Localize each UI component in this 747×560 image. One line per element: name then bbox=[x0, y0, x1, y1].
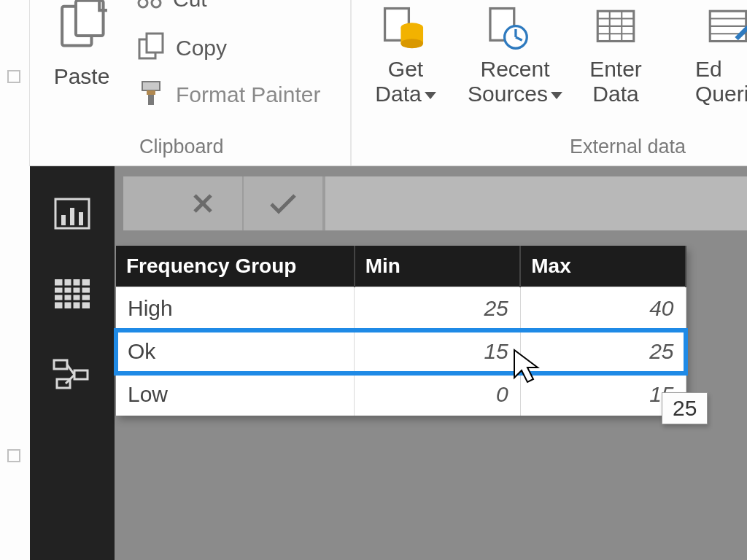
copy-icon bbox=[136, 32, 169, 64]
cut-label: Cut bbox=[173, 0, 207, 12]
svg-rect-9 bbox=[147, 90, 155, 95]
table-row[interactable]: Ok 15 25 bbox=[116, 330, 686, 373]
copy-button[interactable]: Copy bbox=[136, 32, 227, 64]
sheet-edge-strip bbox=[0, 0, 30, 166]
cell-max[interactable]: 40 bbox=[520, 287, 686, 330]
format-painter-button[interactable]: Format Painter bbox=[136, 79, 320, 111]
copy-label: Copy bbox=[176, 36, 227, 61]
report-view-icon[interactable] bbox=[52, 195, 93, 232]
edit-queries-icon bbox=[695, 1, 747, 57]
edit-queries-button[interactable]: EdQueri bbox=[695, 1, 747, 106]
sheet-edge-strip-lower bbox=[0, 166, 30, 560]
svg-rect-31 bbox=[61, 215, 66, 225]
chevron-down-icon bbox=[551, 92, 562, 99]
paste-icon bbox=[49, 0, 115, 64]
commit-formula-button[interactable] bbox=[244, 176, 324, 230]
formula-bar-spacer bbox=[123, 176, 163, 230]
data-view-icon[interactable] bbox=[52, 276, 93, 312]
data-table: Frequency Group Min Max High 25 40 Ok 15… bbox=[116, 246, 686, 416]
enter-data-icon bbox=[583, 1, 649, 57]
ribbon-group-divider bbox=[350, 0, 352, 166]
cell-min[interactable]: 25 bbox=[355, 287, 521, 330]
cell-max[interactable]: 25 bbox=[520, 330, 686, 373]
cell-min[interactable]: 15 bbox=[355, 330, 521, 373]
get-data-label-1: Get bbox=[388, 57, 423, 81]
cell-group[interactable]: Low bbox=[116, 373, 355, 416]
clipboard-group-label: Clipboard bbox=[139, 136, 224, 158]
chevron-down-icon bbox=[425, 92, 436, 99]
edit-queries-label-1: Ed bbox=[695, 57, 722, 81]
ribbon: Paste Cut Copy bbox=[30, 0, 747, 166]
get-data-icon bbox=[373, 1, 438, 57]
svg-rect-32 bbox=[70, 208, 74, 225]
external-data-group-label: External data bbox=[570, 136, 686, 158]
recent-sources-label-1: Recent bbox=[481, 57, 550, 81]
column-header-frequency-group[interactable]: Frequency Group bbox=[116, 246, 355, 287]
svg-rect-33 bbox=[79, 212, 83, 225]
enter-data-label-1: Enter bbox=[589, 57, 642, 81]
cut-button[interactable]: Cut bbox=[136, 0, 207, 13]
svg-point-3 bbox=[152, 0, 160, 7]
get-data-button[interactable]: GetData bbox=[373, 1, 438, 106]
cell-tooltip: 25 bbox=[662, 392, 708, 424]
table-header-row: Frequency Group Min Max bbox=[116, 246, 686, 287]
cancel-formula-button[interactable] bbox=[163, 176, 244, 230]
get-data-label-2: Data bbox=[375, 82, 421, 106]
format-painter-label: Format Painter bbox=[176, 82, 320, 107]
column-header-max[interactable]: Max bbox=[520, 246, 686, 287]
formula-input[interactable] bbox=[324, 176, 747, 230]
paste-button[interactable]: Paste bbox=[49, 0, 115, 89]
svg-rect-10 bbox=[148, 95, 154, 105]
table-row[interactable]: Low 0 15 bbox=[116, 373, 686, 416]
work-area: Frequency Group Min Max High 25 40 Ok 15… bbox=[30, 166, 747, 560]
format-painter-icon bbox=[136, 79, 169, 111]
paste-label: Paste bbox=[49, 64, 115, 89]
cut-icon bbox=[136, 0, 166, 13]
svg-rect-8 bbox=[142, 82, 160, 90]
column-header-min[interactable]: Min bbox=[355, 246, 521, 287]
svg-point-14 bbox=[400, 39, 423, 48]
cell-min[interactable]: 0 bbox=[355, 373, 521, 416]
check-icon bbox=[268, 191, 298, 216]
enter-data-button[interactable]: EnterData bbox=[583, 1, 649, 106]
close-icon bbox=[190, 191, 215, 216]
table-row[interactable]: High 25 40 bbox=[116, 287, 686, 330]
recent-sources-button[interactable]: RecentSources bbox=[468, 1, 562, 106]
cell-group[interactable]: High bbox=[116, 287, 355, 330]
recent-sources-icon bbox=[468, 1, 548, 57]
enter-data-label-2: Data bbox=[592, 82, 638, 106]
formula-bar bbox=[123, 176, 747, 230]
row-header-marker bbox=[7, 70, 20, 83]
svg-point-2 bbox=[139, 0, 147, 7]
cell-group[interactable]: Ok bbox=[116, 330, 355, 373]
edit-queries-label-2: Queri bbox=[695, 82, 747, 106]
svg-rect-42 bbox=[74, 370, 88, 379]
row-header-marker bbox=[7, 449, 20, 462]
cell-max[interactable]: 15 bbox=[520, 373, 686, 416]
recent-sources-label-2: Sources bbox=[468, 82, 548, 106]
svg-rect-7 bbox=[147, 34, 163, 52]
view-switcher bbox=[30, 166, 115, 560]
model-view-icon[interactable] bbox=[52, 356, 93, 392]
svg-rect-41 bbox=[54, 360, 67, 369]
